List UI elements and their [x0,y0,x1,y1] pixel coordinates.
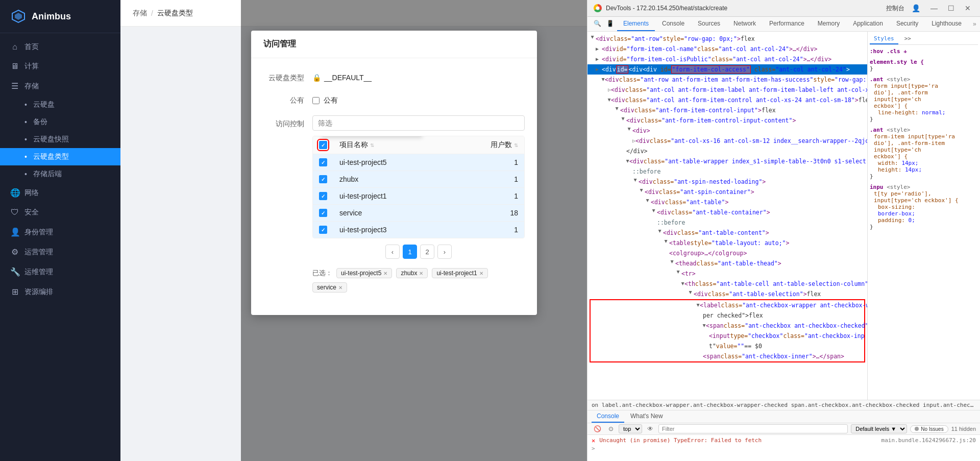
tag-3-close[interactable]: ✕ [338,285,342,290]
arrow-26[interactable]: ▶ [694,304,703,307]
arrow-12[interactable]: ▶ [623,160,632,163]
row-checkbox-2[interactable]: ✓ [319,192,327,200]
devtools-user-btn[interactable]: 👤 [909,3,923,13]
devtools-close-btn[interactable]: ✕ [962,3,974,13]
sidebar-item-ops[interactable]: ⚙ 运营管理 [0,242,120,262]
arrow-8[interactable]: ▶ [619,117,628,124]
dt-element-line-27[interactable]: per checked"> flex [591,310,864,321]
table-row[interactable]: ✓ service 18 [313,205,524,222]
dt-element-line-13[interactable]: ::before [587,166,867,177]
arrow-3[interactable]: ▶ [596,65,602,74]
sidebar-item-network[interactable]: 🌐 网络 [0,183,120,203]
arrow-7[interactable]: ▶ [612,107,622,113]
row-checkbox-4[interactable]: ✓ [319,226,327,234]
dt-element-line-2[interactable]: ▶ <div id="form-item-col-isPublic" class… [587,54,867,64]
prev-page-btn[interactable]: ‹ [385,245,400,259]
tab-sources[interactable]: Sources [692,17,726,31]
arrow-2[interactable]: ▶ [596,55,602,64]
arrow-28[interactable]: ▶ [700,324,709,327]
arrow-14[interactable]: ▶ [631,179,640,185]
sidebar-item-volumes[interactable]: 云硬盘 [0,96,120,113]
row-checkbox-3[interactable]: ✓ [319,209,327,217]
arrow-20[interactable]: ▶ [662,240,671,246]
dt-element-line-29[interactable]: <input type="checkbox" class="ant-checkb… [591,331,864,341]
console-filter-input[interactable] [658,424,848,433]
dt-element-line-31[interactable]: <span class="ant-checkbox-inner">…</span… [591,351,864,361]
arrow-17[interactable]: ▶ [649,209,658,215]
header-select-all-checkbox[interactable]: ✓ [319,141,327,149]
console-clear-btn[interactable]: 🚫 [592,424,603,433]
sidebar-item-resource[interactable]: ⊞ 资源编排 [0,282,120,302]
dt-element-line-3[interactable]: ▶ <div id=<div <div id="form-item-col-ac… [587,64,867,75]
console-tab-console[interactable]: Console [592,410,624,423]
public-checkbox-label[interactable]: 公有 [312,93,525,105]
dt-element-line-26[interactable]: ▶ <label class="ant-checkbox-wrapper ant… [591,300,864,310]
tab-lighthouse[interactable]: Lighthouse [925,17,968,31]
arrow-23[interactable]: ▶ [674,271,683,277]
table-row[interactable]: ✓ ui-test-project5 1 [313,154,524,171]
tab-console[interactable]: Console [656,17,691,31]
filter-input[interactable] [312,115,525,131]
row-checkbox-1[interactable]: ✓ [319,175,327,183]
tab-network[interactable]: Network [727,17,762,31]
sidebar-item-storage[interactable]: ☰ 存储 [0,76,120,96]
table-row[interactable]: ✓ ui-test-project1 1 [313,188,524,205]
console-context-select[interactable]: top [619,424,642,433]
devtools-maximize-btn[interactable]: ☐ [945,3,958,13]
tab-security[interactable]: Security [890,17,924,31]
dt-element-line-12[interactable]: ▶ <div class="ant-table-wrapper index_s1… [587,156,867,166]
arrow-15[interactable]: ▶ [637,189,646,195]
styles-tab-styles[interactable]: Styles [870,34,898,44]
page-btn-1[interactable]: 1 [403,245,417,259]
sidebar-item-devops[interactable]: 🔧 运维管理 [0,262,120,282]
dt-element-line-18[interactable]: ::before [587,217,867,228]
arrow-4[interactable]: ▶ [599,78,608,81]
arrow-6[interactable]: ▶ [605,99,614,102]
console-eye-btn[interactable]: 👁 [645,424,655,433]
dt-element-line-23[interactable]: ▶ <tr> [587,269,867,279]
dt-element-line-25[interactable]: ▶ <div class="ant-table-selection"> flex [587,289,867,299]
console-tab-whatsnew[interactable]: What's New [625,410,668,423]
sidebar-item-types[interactable]: 云硬盘类型 [0,148,120,165]
dt-element-line-11[interactable]: </div> [587,146,867,156]
sidebar-item-home[interactable]: ⌂ 首页 [0,37,120,57]
arrow-9[interactable]: ▶ [625,128,634,134]
dt-element-line-21[interactable]: <colgroup>…</colgroup> [587,248,867,258]
tab-memory[interactable]: Memory [812,17,846,31]
arrow-19[interactable]: ▶ [655,230,665,236]
console-filter-btn[interactable]: ⊙ [606,424,616,433]
arrow-0[interactable]: ▶ [588,36,597,42]
sidebar-item-snapshots[interactable]: 云硬盘快照 [0,131,120,148]
dt-element-line-0[interactable]: ▶ <div class="ant-row" style="row-gap: 0… [587,34,867,44]
dt-element-line-16[interactable]: ▶ <div class="ant-table"> [587,197,867,207]
sidebar-item-identity[interactable]: 👤 身份管理 [0,222,120,242]
dt-element-line-15[interactable]: ▶ <div class="ant-spin-container"> [587,187,867,197]
arrow-25[interactable]: ▶ [686,291,695,297]
dt-element-line-24[interactable]: ▶ <th class="ant-table-cell ant-table-se… [587,279,867,289]
devtools-minimize-btn[interactable]: — [927,3,941,13]
dt-element-line-22[interactable]: ▶ <thead class="ant-table-thead"> [587,258,867,269]
dt-device-btn[interactable]: 📱 [604,17,616,31]
dt-element-line-17[interactable]: ▶ <div class="ant-table-container"> [587,207,867,217]
dt-element-line-9[interactable]: ▶ <div> [587,126,867,136]
tag-0-close[interactable]: ✕ [383,271,387,276]
dt-element-line-5[interactable]: ▷ <div class="ant-col ant-form-item-labe… [587,85,867,95]
dt-element-line-19[interactable]: ▶ <div class="ant-table-content"> [587,228,867,238]
table-row[interactable]: ✓ ui-test-project3 1 [313,222,524,238]
dt-element-line-28[interactable]: ▶ <span class="ant-checkbox ant-checkbox… [591,321,864,331]
dt-element-line-20[interactable]: ▶ <table style="table-layout: auto;"> [587,238,867,248]
dt-element-line-10[interactable]: ▷ <div class="ant-col-xs-16 ant-col-sm-1… [587,136,867,146]
console-level-select[interactable]: Default levels ▼ [851,424,907,433]
dt-element-line-1[interactable]: ▶ <div id="form-item-col-name" class="an… [587,44,867,54]
dt-element-line-4[interactable]: ▶ <div class="ant-row ant-form-item ant-… [587,75,867,85]
styles-tab-computed[interactable]: >> [900,34,915,44]
next-page-btn[interactable]: › [437,245,452,259]
tab-application[interactable]: Application [847,17,889,31]
sidebar-item-backend[interactable]: 存储后端 [0,165,120,183]
tab-elements[interactable]: Elements [617,17,655,31]
dt-more-tabs[interactable]: » [969,17,980,31]
arrow-22[interactable]: ▶ [668,260,677,266]
sort-icon[interactable]: ⇅ [370,142,374,148]
dt-element-line-7[interactable]: ▶ <div class="ant-form-item-control-inpu… [587,105,867,115]
row-checkbox-0[interactable]: ✓ [319,158,327,166]
